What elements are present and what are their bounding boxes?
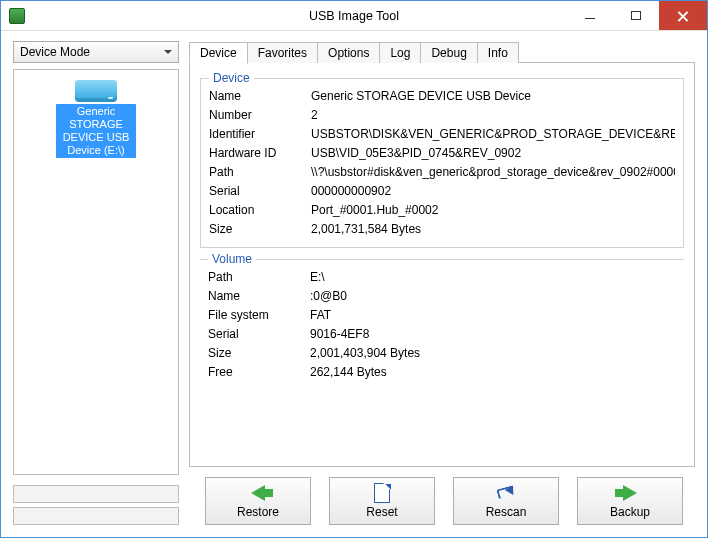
rescan-button-label: Rescan bbox=[486, 505, 527, 519]
device-number-label: Number bbox=[209, 106, 311, 125]
document-icon bbox=[374, 483, 390, 503]
volume-fs-label: File system bbox=[208, 306, 310, 325]
device-hwid-label: Hardware ID bbox=[209, 144, 311, 163]
tab-info[interactable]: Info bbox=[477, 42, 519, 63]
device-size-value: 2,001,731,584 Bytes bbox=[311, 220, 675, 239]
device-path-label: Path bbox=[209, 163, 311, 182]
volume-serial-label: Serial bbox=[208, 325, 310, 344]
volume-name-label: Name bbox=[208, 287, 310, 306]
device-list-item[interactable]: Generic STORAGE DEVICE USB Device (E:\) bbox=[56, 80, 136, 158]
tab-debug[interactable]: Debug bbox=[420, 42, 477, 63]
minimize-button[interactable] bbox=[567, 1, 613, 30]
device-name-label: Name bbox=[209, 87, 311, 106]
arrow-right-icon bbox=[623, 485, 637, 501]
tab-device[interactable]: Device bbox=[189, 42, 248, 64]
device-list-item-label: Generic STORAGE DEVICE USB Device (E:\) bbox=[56, 104, 136, 158]
arrow-left-icon bbox=[251, 485, 265, 501]
volume-size-label: Size bbox=[208, 344, 310, 363]
mode-dropdown-value: Device Mode bbox=[20, 45, 90, 59]
drive-icon bbox=[75, 80, 117, 102]
volume-name-value: :0@B0 bbox=[310, 287, 676, 306]
volume-free-value: 262,144 Bytes bbox=[310, 363, 676, 382]
close-button[interactable] bbox=[659, 1, 707, 30]
device-identifier-value: USBSTOR\DISK&VEN_GENERIC&PROD_STORAGE_DE… bbox=[311, 125, 675, 144]
action-button-row: Restore Reset Rescan Backup bbox=[189, 467, 695, 525]
volume-group-heading: Volume bbox=[208, 252, 256, 266]
device-identifier-label: Identifier bbox=[209, 125, 311, 144]
device-path-value: \\?\usbstor#disk&ven_generic&prod_storag… bbox=[311, 163, 675, 182]
reset-button-label: Reset bbox=[366, 505, 397, 519]
device-hwid-value: USB\VID_05E3&PID_0745&REV_0902 bbox=[311, 144, 675, 163]
app-icon bbox=[9, 8, 25, 24]
device-number-value: 2 bbox=[311, 106, 675, 125]
tab-log[interactable]: Log bbox=[379, 42, 421, 63]
titlebar: USB Image Tool bbox=[1, 1, 707, 31]
window-controls bbox=[567, 1, 707, 30]
device-location-value: Port_#0001.Hub_#0002 bbox=[311, 201, 675, 220]
tab-panel-device: Device NameGeneric STORAGE DEVICE USB De… bbox=[189, 62, 695, 467]
volume-serial-value: 9016-4EF8 bbox=[310, 325, 676, 344]
refresh-icon bbox=[496, 485, 516, 501]
backup-button[interactable]: Backup bbox=[577, 477, 683, 525]
volume-fs-value: FAT bbox=[310, 306, 676, 325]
device-location-label: Location bbox=[209, 201, 311, 220]
backup-button-label: Backup bbox=[610, 505, 650, 519]
device-group-heading: Device bbox=[209, 71, 254, 85]
maximize-button[interactable] bbox=[613, 1, 659, 30]
restore-button[interactable]: Restore bbox=[205, 477, 311, 525]
device-name-value: Generic STORAGE DEVICE USB Device bbox=[311, 87, 675, 106]
tab-options[interactable]: Options bbox=[317, 42, 380, 63]
volume-size-value: 2,001,403,904 Bytes bbox=[310, 344, 676, 363]
volume-free-label: Free bbox=[208, 363, 310, 382]
status-box-1 bbox=[13, 485, 179, 503]
volume-path-label: Path bbox=[208, 268, 310, 287]
volume-group: Volume PathE:\ Name:0@B0 File systemFAT … bbox=[200, 252, 684, 382]
status-box-2 bbox=[13, 507, 179, 525]
mode-dropdown[interactable]: Device Mode bbox=[13, 41, 179, 63]
chevron-down-icon bbox=[164, 50, 172, 54]
volume-path-value: E:\ bbox=[310, 268, 676, 287]
device-serial-label: Serial bbox=[209, 182, 311, 201]
rescan-button[interactable]: Rescan bbox=[453, 477, 559, 525]
tab-favorites[interactable]: Favorites bbox=[247, 42, 318, 63]
device-list[interactable]: Generic STORAGE DEVICE USB Device (E:\) bbox=[13, 69, 179, 475]
restore-button-label: Restore bbox=[237, 505, 279, 519]
device-size-label: Size bbox=[209, 220, 311, 239]
tab-bar: Device Favorites Options Log Debug Info bbox=[189, 41, 695, 63]
reset-button[interactable]: Reset bbox=[329, 477, 435, 525]
device-serial-value: 000000000902 bbox=[311, 182, 675, 201]
device-group: Device NameGeneric STORAGE DEVICE USB De… bbox=[200, 71, 684, 248]
